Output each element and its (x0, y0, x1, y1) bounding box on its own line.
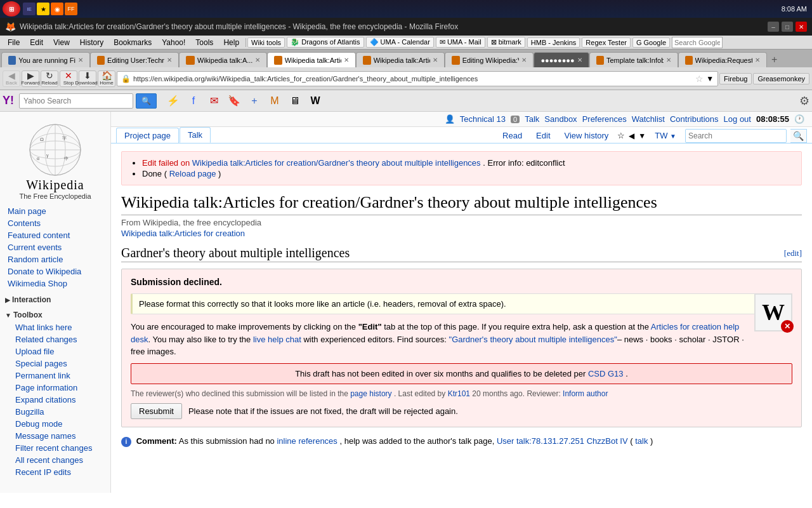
downloads-button[interactable]: ⬇ Downloads (79, 70, 96, 87)
address-dropdown-icon[interactable]: ▼ (706, 74, 714, 83)
tab-9[interactable]: Wikipedia:Requests... ✕ (678, 52, 767, 67)
menu-help[interactable]: Help (218, 37, 244, 48)
taskbar-icon-3[interactable]: ◉ (51, 3, 63, 15)
bookmark-hmb[interactable]: HMB - Jenkins (527, 37, 580, 48)
sidebar-donate[interactable]: Donate to Wikipedia (0, 265, 110, 277)
page-history-link[interactable]: page history (350, 389, 391, 398)
sidebar-interaction-section[interactable]: ▶ Interaction (0, 293, 110, 306)
tab-3[interactable]: Wikipedia talk:A... ✕ (179, 52, 267, 67)
sidebar-all-recent-changes[interactable]: All recent changes (8, 454, 110, 466)
toolbar-icon-7[interactable]: 🖥 (286, 92, 304, 110)
tab-8[interactable]: Template talk:Infob... ✕ (589, 52, 678, 67)
tab-4-active[interactable]: Wikipedia talk:Artic... ✕ (267, 52, 356, 67)
menu-edit[interactable]: Edit (25, 37, 48, 48)
bookmark-uma-calendar[interactable]: 🔷 UMA - Calendar (366, 37, 434, 48)
toolbar-icon-3[interactable]: ✉ (205, 92, 223, 110)
user-watchlist-link[interactable]: Watchlist (632, 114, 665, 124)
chzzbot-link[interactable]: ChzzBot IV (587, 436, 628, 446)
reload-page-link[interactable]: Reload page (169, 169, 216, 178)
sidebar-featured-content[interactable]: Featured content (0, 229, 110, 241)
bookmark-bitmark[interactable]: ⊠ bitmark (487, 37, 525, 48)
user-logout-link[interactable]: Log out (724, 114, 751, 124)
address-bar[interactable]: 🔒 https://en.wikipedia.org/wiki/Wikipedi… (117, 71, 718, 86)
tab-5-close[interactable]: ✕ (433, 57, 438, 64)
back-button[interactable]: ◀ Back (3, 70, 20, 87)
bookmark-uma-mail[interactable]: ✉ UMA - Mail (436, 37, 485, 48)
edit-failed-link[interactable]: Wikipedia talk:Articles for creation/Gar… (192, 158, 481, 168)
toolbar-icon-1[interactable]: ⚡ (164, 92, 182, 110)
sidebar-main-page[interactable]: Main page (0, 205, 110, 217)
toolbar-icon-5[interactable]: + (246, 92, 263, 110)
sidebar-expand-citations[interactable]: Expand citations (8, 394, 110, 406)
sidebar-filter-recent-changes[interactable]: Filter recent changes (8, 442, 110, 454)
sidebar-toolbox-section[interactable]: ▼ Toolbox (0, 309, 110, 321)
menu-view[interactable]: View (48, 37, 75, 48)
tab-7-close[interactable]: ✕ (577, 57, 582, 64)
bookmark-star-icon[interactable]: ☆ (695, 74, 704, 84)
menu-tools[interactable]: Tools (190, 37, 218, 48)
tab-7[interactable]: ●●●●●●●● ✕ (534, 52, 589, 67)
forward-button[interactable]: ▶ Forward (22, 70, 39, 87)
tab-1-close[interactable]: ✕ (78, 57, 83, 64)
user-profile-link[interactable]: Technical 13 (460, 114, 506, 124)
left-arrow-icon[interactable]: ◀ (629, 131, 634, 140)
tab-3-close[interactable]: ✕ (255, 57, 260, 64)
sidebar-related-changes[interactable]: Related changes (8, 333, 110, 345)
csd-g13-link[interactable]: CSD G13 (588, 369, 624, 378)
bookmark-dragons[interactable]: 🐉 Dragons of Atlantis (287, 37, 363, 48)
user-sandbox-link[interactable]: Sandbox (544, 114, 577, 124)
close-button[interactable]: ✕ (796, 22, 807, 32)
tab-6[interactable]: Editing Wikipedia:V... ✕ (445, 52, 534, 67)
minimize-button[interactable]: – (768, 22, 779, 32)
bookmark-regex[interactable]: Regex Tester (582, 37, 631, 48)
google-search-input[interactable] (672, 37, 723, 48)
tab-8-close[interactable]: ✕ (666, 57, 671, 64)
tab-tw[interactable]: TW ▼ (650, 128, 681, 143)
new-tab-button[interactable]: + (767, 52, 782, 67)
sidebar-page-info[interactable]: Page information (8, 382, 110, 394)
tab-2-close[interactable]: ✕ (167, 57, 172, 64)
menu-file[interactable]: File (3, 37, 25, 48)
sidebar-permanent-link[interactable]: Permanent link (8, 370, 110, 382)
menu-yahoo[interactable]: Yahoo! (157, 37, 190, 48)
tab-5[interactable]: Wikipedia talk:Artic... ✕ (356, 52, 445, 67)
bookmark-google[interactable]: G Google (632, 37, 670, 48)
sidebar-recent-ip-edits[interactable]: Recent IP edits (8, 466, 110, 478)
yahoo-search-input[interactable] (19, 93, 133, 109)
chzzbot-talk-link[interactable]: talk (635, 436, 648, 446)
sidebar-debug-mode[interactable]: Debug mode (8, 418, 110, 430)
section-edit-link[interactable]: [edit] (784, 248, 802, 258)
sidebar-what-links-here[interactable]: What links here (8, 321, 110, 333)
tab-1[interactable]: You are running Fir... ✕ (1, 52, 90, 67)
wiki-search-input[interactable] (685, 129, 787, 143)
sidebar-bugzilla[interactable]: Bugzilla (8, 406, 110, 418)
breadcrumb-link[interactable]: Wikipedia talk:Articles for creation (121, 229, 245, 238)
inform-author-link[interactable]: Inform author (563, 389, 608, 398)
resubmit-button[interactable]: Resubmit (131, 403, 182, 419)
taskbar-icon-2[interactable]: ★ (37, 3, 49, 15)
sidebar-special-pages[interactable]: Special pages (8, 358, 110, 370)
firebug-button[interactable]: Firebug (719, 73, 752, 84)
taskbar-icon-1[interactable]: IE (23, 3, 36, 15)
toolbar-icon-4[interactable]: 🔖 (225, 92, 243, 110)
user-talk-link-comment[interactable]: User talk:78.131.27.251 (497, 436, 584, 446)
sources-query-link[interactable]: "Gardner's theory about multiple intelli… (449, 335, 617, 344)
toolbar-icon-2[interactable]: f (185, 92, 202, 110)
tab-6-close[interactable]: ✕ (521, 57, 527, 64)
tab-4-close[interactable]: ✕ (344, 57, 349, 64)
toolbar-icon-wikipedia[interactable]: W (306, 92, 324, 110)
tab-9-close[interactable]: ✕ (755, 57, 760, 64)
tab-talk[interactable]: Talk (180, 127, 211, 143)
sidebar-upload-file[interactable]: Upload file (8, 345, 110, 358)
sidebar-current-events[interactable]: Current events (0, 241, 110, 253)
start-button[interactable]: ⊞ (3, 1, 20, 17)
user-preferences-link[interactable]: Preferences (582, 114, 627, 124)
greasemonkey-button[interactable]: Greasemonkey (753, 73, 809, 84)
tab-edit[interactable]: Edit (531, 128, 555, 143)
star-icon[interactable]: ☆ (617, 131, 625, 140)
user-contributions-link[interactable]: Contributions (670, 114, 719, 124)
maximize-button[interactable]: □ (782, 22, 793, 32)
tab-project-page[interactable]: Project page (116, 128, 179, 143)
wiki-search-button[interactable]: 🔍 (790, 129, 807, 143)
live-help-link[interactable]: live help chat (253, 335, 301, 344)
